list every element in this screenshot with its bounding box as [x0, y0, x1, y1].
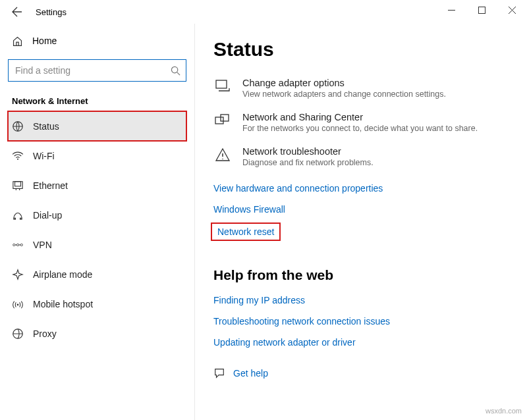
setting-title: Network and Sharing Center [242, 112, 478, 122]
help-link-trouble[interactable]: Troubleshooting network connection issue… [213, 316, 390, 327]
home-icon [12, 36, 23, 47]
sidebar-item-wifi[interactable]: Wi-Fi [8, 141, 186, 171]
search-icon [171, 66, 180, 76]
svg-point-8 [20, 244, 22, 246]
adapter-icon [213, 79, 232, 93]
status-icon [12, 120, 24, 132]
main-content: Status Change adapter options View netwo… [195, 24, 527, 420]
help-heading: Help from the web [213, 267, 509, 283]
search-input[interactable] [8, 59, 186, 82]
svg-point-7 [16, 244, 18, 246]
sidebar-item-label: Mobile hotspot [33, 299, 93, 309]
get-help-label: Get help [233, 368, 268, 379]
help-link-driver[interactable]: Updating network adapter or driver [213, 337, 356, 348]
search-field[interactable] [15, 65, 171, 76]
sidebar-item-airplane[interactable]: Airplane mode [8, 259, 186, 289]
sidebar-category: Network & Internet [8, 91, 186, 111]
window-title: Settings [36, 7, 67, 17]
sidebar-item-label: Status [33, 121, 59, 132]
svg-rect-0 [478, 7, 485, 13]
sidebar-item-home[interactable]: Home [8, 28, 186, 54]
sidebar-item-label: Dial-up [33, 210, 62, 221]
sidebar-item-dialup[interactable]: Dial-up [8, 200, 186, 230]
link-hardware[interactable]: View hardware and connection properties [213, 183, 383, 194]
sidebar: Home Network & Internet Status Wi-Fi Eth… [0, 24, 195, 420]
link-network-reset[interactable]: Network reset [212, 224, 279, 240]
setting-row-troubleshooter[interactable]: Network troubleshooter Diagnose and fix … [213, 146, 509, 167]
svg-point-9 [17, 303, 19, 305]
svg-rect-13 [221, 115, 229, 121]
setting-title: Network troubleshooter [242, 146, 374, 157]
close-button[interactable] [497, 0, 527, 20]
svg-rect-12 [215, 117, 223, 124]
proxy-icon [12, 328, 24, 340]
minimize-button[interactable] [436, 0, 466, 20]
setting-desc: View network adapters and change connect… [242, 90, 446, 99]
sidebar-item-hotspot[interactable]: Mobile hotspot [8, 289, 186, 319]
get-help-row[interactable]: Get help [213, 367, 509, 379]
svg-rect-11 [216, 80, 227, 88]
setting-title: Change adapter options [242, 78, 446, 88]
wifi-icon [12, 151, 24, 161]
watermark: wsxdn.com [485, 407, 522, 415]
sharing-icon [213, 113, 232, 128]
window-controls [436, 0, 527, 20]
sidebar-item-ethernet[interactable]: Ethernet [8, 171, 186, 200]
sidebar-item-label: Wi-Fi [33, 151, 55, 161]
setting-row-sharing[interactable]: Network and Sharing Center For the netwo… [213, 112, 509, 133]
sidebar-item-label: Airplane mode [33, 269, 92, 280]
hotspot-icon [12, 299, 24, 309]
ethernet-icon [12, 180, 24, 191]
svg-point-6 [13, 244, 15, 246]
link-firewall[interactable]: Windows Firewall [213, 204, 285, 215]
maximize-button[interactable] [466, 0, 497, 20]
vpn-icon [12, 241, 24, 249]
page-title: Status [213, 38, 509, 61]
airplane-icon [12, 269, 24, 280]
sidebar-item-label: VPN [33, 240, 52, 250]
sidebar-item-label: Ethernet [33, 180, 68, 191]
sidebar-item-status[interactable]: Status [8, 111, 186, 141]
sidebar-item-proxy[interactable]: Proxy [8, 319, 186, 348]
warning-icon [213, 147, 232, 162]
sidebar-item-vpn[interactable]: VPN [8, 230, 186, 259]
sidebar-item-label: Proxy [33, 328, 57, 339]
svg-rect-5 [15, 181, 21, 186]
dialup-icon [12, 211, 24, 220]
chat-icon [213, 367, 225, 379]
svg-point-1 [171, 66, 177, 72]
svg-point-3 [17, 158, 18, 159]
back-icon[interactable] [12, 7, 28, 17]
sidebar-item-label: Home [32, 36, 57, 46]
help-link-ip[interactable]: Finding my IP address [213, 295, 305, 305]
setting-row-adapter[interactable]: Change adapter options View network adap… [213, 78, 509, 99]
setting-desc: For the networks you connect to, decide … [242, 124, 478, 133]
setting-desc: Diagnose and fix network problems. [242, 158, 374, 167]
